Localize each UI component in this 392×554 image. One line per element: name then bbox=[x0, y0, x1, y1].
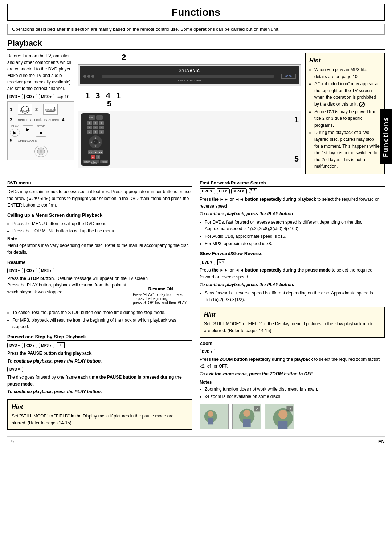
ff-disc-dvd: DVD▼ bbox=[200, 188, 215, 194]
no-sign-icon bbox=[359, 102, 365, 107]
zoom-text1: Press the ZOOM button repeatedly during … bbox=[200, 356, 385, 370]
dvd-menu-section: DVD menu DVDs may contain menus to acces… bbox=[7, 180, 192, 209]
svg-point-13 bbox=[243, 410, 250, 416]
remote-step-5: 5 bbox=[294, 154, 299, 164]
hint-box-right: Hint Set "STILL MODE" to "FIELD" in the … bbox=[200, 307, 385, 338]
ff-disc-cd: CD▼ bbox=[217, 188, 230, 194]
ff-disc-mp3: MP3▼ bbox=[231, 188, 246, 194]
hint-text-right: Set "STILL MODE" to "FIELD" in the Displ… bbox=[204, 321, 380, 334]
svg-text:POWER: POWER bbox=[20, 110, 30, 113]
paused-bold: To continue playback, press the PLAY but… bbox=[7, 358, 192, 365]
functions-tab: Functions bbox=[380, 109, 392, 164]
hint-box-top: Hint When you play an MP3 file, details … bbox=[305, 53, 385, 174]
top-step-2: 2 bbox=[122, 53, 126, 62]
remote-step-1: 1 bbox=[294, 115, 299, 125]
page-ref: ⇒p.10 bbox=[57, 94, 69, 99]
zoom-disc-dvd: DVD▼ bbox=[200, 349, 215, 354]
zoom-bullets: Zooming function does not work while dis… bbox=[200, 386, 385, 400]
dvd-menu-text: DVDs may contain menus to access special… bbox=[7, 188, 192, 209]
resume-disc-cd: CD▼ bbox=[24, 268, 37, 273]
slow-bullets: Slow forward or reverse speed is differe… bbox=[200, 290, 385, 303]
hint-text-bottom-left: Set "STILL MODE" to "FIELD" in the Displ… bbox=[12, 413, 188, 426]
en-label: EN bbox=[378, 439, 385, 444]
disc-badge-mp3: MP3▼ bbox=[39, 94, 54, 99]
svg-point-19 bbox=[278, 410, 287, 419]
hint-title-bottom-left: Hint bbox=[12, 403, 188, 411]
resume-box-title: Resume ON bbox=[133, 286, 188, 292]
before-text: Before: Turn on the TV, amplifier and an… bbox=[7, 53, 74, 92]
slow-disc-dvd: DVD▼ bbox=[200, 260, 215, 265]
paused-text1: Press the PAUSE button during playback. bbox=[7, 350, 192, 357]
slow-continue: To continue playback, press the PLAY but… bbox=[200, 281, 385, 288]
bottom-row: – 9 – EN bbox=[7, 436, 385, 444]
calling-up-title: Calling up a Menu Screen during Playback bbox=[7, 212, 192, 219]
ff-text1: Press the ►► or ◄◄ button repeatedly dur… bbox=[200, 196, 385, 209]
slow-forward-section: Slow Forward/Slow Reverse DVD▼ ►1 Press … bbox=[200, 251, 385, 303]
step-2-label: 2 bbox=[35, 107, 40, 112]
hint-title-top: Hint bbox=[309, 56, 380, 65]
slow-text1: Press the ►► or ◄◄ button repeatedly dur… bbox=[200, 267, 385, 280]
fast-forward-section: Fast Forward/Reverse Search DVD▼ CD▼ MP3… bbox=[200, 180, 385, 247]
step-4-label: 4 bbox=[62, 117, 67, 122]
resume-box-line1: Press 'PLAY' to play from here. bbox=[133, 293, 188, 297]
calling-up-note: Menu operations may vary depending on th… bbox=[7, 242, 192, 256]
paused-title: Paused and Step-by-Step Playback bbox=[7, 334, 192, 341]
slow-forward-title: Slow Forward/Slow Reverse bbox=[200, 251, 385, 257]
step-3-label: 3 bbox=[10, 117, 15, 122]
zoom-image-3: x4 bbox=[265, 404, 294, 429]
hint-box-bottom-left: Hint Set "STILL MODE" to "FIELD" in the … bbox=[7, 399, 192, 430]
paused-disc-dvd: DVD▼ bbox=[7, 343, 23, 348]
ff-continue: To continue playback, press the PLAY but… bbox=[200, 211, 385, 217]
section-title: Playback bbox=[7, 38, 385, 50]
calling-up-note-label: Note bbox=[7, 236, 192, 243]
resume-text1: Press the STOP button. Resume message wi… bbox=[7, 275, 192, 282]
svg-text:OPEN/CLOSE: OPEN/CLOSE bbox=[45, 109, 56, 111]
step-num-5b: 5 bbox=[107, 99, 111, 108]
power-icon: POWER bbox=[18, 104, 32, 115]
page-title: Functions bbox=[7, 4, 385, 21]
hint-list-top: When you play an MP3 file, details are o… bbox=[309, 66, 380, 170]
intro-text: Operations described after this section … bbox=[7, 24, 385, 35]
resume-section: Resume DVD▼ CD▼ MP3▼ Press the STOP butt… bbox=[7, 260, 192, 330]
open-close-icon: OPEN/CLOSE bbox=[43, 104, 58, 115]
disc-badge-cd: CD▼ bbox=[24, 94, 37, 99]
calling-up-list: Press the MENU button to call up the DVD… bbox=[7, 220, 192, 235]
disc-badge-dvd: DVD▼ bbox=[7, 94, 23, 99]
paused-disc-cd: CD▼ bbox=[24, 343, 37, 348]
resume-bullets: To cancel resume, press the STOP button … bbox=[7, 309, 192, 330]
dvd-player-image: SYLVANIA 00:00 DVD/CD PLAYER bbox=[78, 64, 301, 86]
svg-point-9 bbox=[208, 411, 214, 417]
svg-text:x4: x4 bbox=[288, 407, 291, 411]
paused-disc-mp3: MP3▼ bbox=[39, 343, 54, 348]
ff-button-icon: ◄◄ 1 bbox=[249, 188, 257, 194]
brand-label: SYLVANIA bbox=[179, 69, 200, 73]
pause-button-icon: ⏸ bbox=[57, 342, 65, 348]
fast-forward-title: Fast Forward/Reverse Search bbox=[200, 180, 385, 187]
paused-section: Paused and Step-by-Step Playback DVD▼ CD… bbox=[7, 334, 192, 395]
slow-button-icon: ►1 bbox=[217, 259, 225, 265]
resume-title: Resume bbox=[7, 260, 192, 266]
svg-point-6 bbox=[40, 150, 42, 153]
svg-rect-14 bbox=[243, 419, 250, 427]
model-label: DVD/CD PLAYER bbox=[178, 79, 201, 82]
paused-dvd-only: DVD▼ bbox=[7, 367, 23, 372]
zoom-image-1 bbox=[200, 404, 229, 429]
paused-continue: To continue playback, press the PLAY but… bbox=[7, 388, 192, 395]
hint-title-right: Hint bbox=[204, 310, 380, 319]
calling-up-section: Calling up a Menu Screen during Playback… bbox=[7, 212, 192, 256]
step-5-label: 5 bbox=[10, 138, 15, 143]
resume-box: Resume ON Press 'PLAY' to play from here… bbox=[129, 284, 192, 307]
remote-control-diagram: PWR 1 2 3 4 5 6 7 8 bbox=[78, 111, 301, 168]
svg-rect-10 bbox=[208, 418, 214, 424]
svg-text:x2: x2 bbox=[256, 407, 258, 411]
zoom-notes-label: Notes bbox=[200, 379, 385, 386]
resume-disc-dvd: DVD▼ bbox=[7, 268, 23, 273]
resume-disc-mp3: MP3▼ bbox=[39, 268, 54, 273]
paused-text2: The disc goes forward by one frame each … bbox=[7, 374, 192, 387]
svg-rect-20 bbox=[278, 421, 287, 428]
zoom-title: Zoom bbox=[200, 341, 385, 347]
resume-box-line2: To play the beginning; bbox=[133, 297, 188, 301]
dvd-menu-title: DVD menu bbox=[7, 180, 192, 187]
ff-bullets: For DVDs, fast forward or reverse search… bbox=[200, 219, 385, 247]
step-1-label: 1 bbox=[10, 107, 15, 112]
